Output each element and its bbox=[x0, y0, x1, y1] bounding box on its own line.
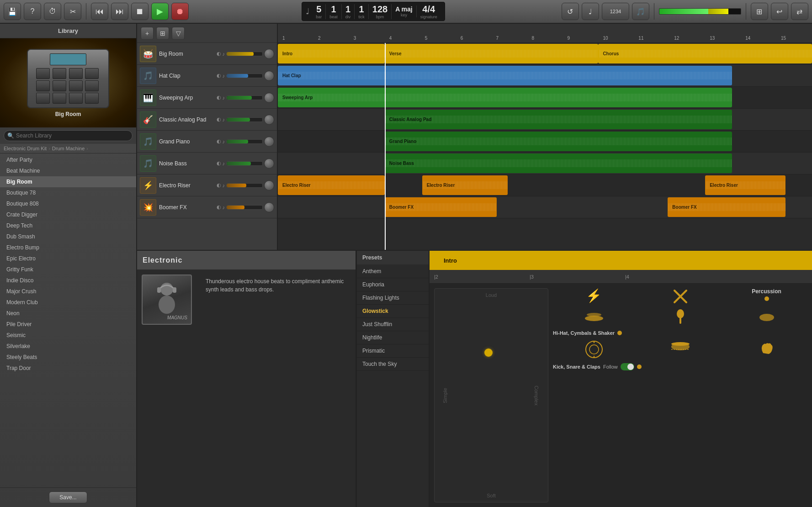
library-item[interactable]: Deep Tech bbox=[0, 220, 136, 231]
track-volume-knob[interactable] bbox=[264, 137, 274, 147]
mpc-pad[interactable] bbox=[53, 93, 66, 104]
editors-button[interactable]: ↩ bbox=[771, 3, 788, 20]
clip[interactable]: Boomer FX bbox=[668, 197, 785, 217]
track-fader[interactable] bbox=[226, 139, 263, 144]
track-mute-icon[interactable]: ◐ bbox=[217, 51, 221, 57]
track-volume-knob[interactable] bbox=[264, 115, 274, 125]
drum-icon-lightning[interactable]: ⚡ bbox=[553, 288, 635, 305]
clip[interactable]: Verse bbox=[385, 44, 599, 63]
breadcrumb-part2[interactable]: Drum Machine bbox=[52, 146, 85, 151]
clip[interactable]: Electro Riser bbox=[422, 175, 508, 195]
track-volume-knob[interactable] bbox=[264, 180, 274, 190]
track-mute-icon[interactable]: ◐ bbox=[217, 160, 221, 166]
track-row[interactable]: 🥁 Big Room ◐ ♪ bbox=[137, 43, 277, 65]
track-solo-icon[interactable]: ♪ bbox=[223, 51, 225, 57]
complexity-pad[interactable]: Loud Soft Simple Complex bbox=[434, 288, 548, 502]
drum-icon-sticks[interactable] bbox=[639, 288, 721, 305]
cycle-button[interactable]: ↺ bbox=[562, 3, 579, 20]
track-fader[interactable] bbox=[226, 117, 263, 122]
track-solo-icon[interactable]: ♪ bbox=[223, 95, 225, 100]
track-row[interactable]: 💥 Boomer FX ◐ ♪ bbox=[137, 196, 277, 218]
preset-item[interactable]: Nightlife bbox=[357, 331, 429, 344]
record-button[interactable]: ⏺ bbox=[171, 3, 189, 20]
tuner-button[interactable]: ♩ bbox=[582, 3, 599, 20]
preset-item[interactable]: Euphoria bbox=[357, 278, 429, 291]
library-item[interactable]: Boutique 78 bbox=[0, 187, 136, 198]
preset-item[interactable]: Prismatic bbox=[357, 344, 429, 358]
track-filter-button[interactable]: ▽ bbox=[172, 27, 185, 40]
smartcontrols-button[interactable]: ⊞ bbox=[751, 3, 768, 20]
mixer-button[interactable]: ⇄ bbox=[791, 3, 808, 20]
rewind-button[interactable]: ⏮ bbox=[91, 3, 108, 20]
mpc-pad[interactable] bbox=[69, 93, 83, 104]
library-item[interactable]: Gritty Funk bbox=[0, 264, 136, 275]
track-volume-knob[interactable] bbox=[264, 202, 274, 212]
mpc-pad[interactable] bbox=[36, 93, 50, 104]
mpc-pad[interactable] bbox=[69, 68, 83, 79]
track-solo-icon[interactable]: ♪ bbox=[223, 117, 225, 122]
track-mute-icon[interactable]: ◐ bbox=[217, 73, 221, 79]
mpc-pad[interactable] bbox=[85, 68, 99, 79]
preset-item[interactable]: Just Shufflin bbox=[357, 318, 429, 331]
library-item[interactable]: Steely Beats bbox=[0, 352, 136, 363]
preset-item[interactable]: Touch the Sky bbox=[357, 358, 429, 371]
pad-dot-position[interactable] bbox=[484, 349, 493, 357]
breadcrumb-part1[interactable]: Electronic Drum Kit bbox=[4, 146, 47, 151]
track-mute-icon[interactable]: ◐ bbox=[217, 95, 221, 100]
track-solo-icon[interactable]: ♪ bbox=[223, 73, 225, 79]
preset-item[interactable]: Glowstick bbox=[357, 305, 429, 318]
mpc-pad[interactable] bbox=[53, 68, 66, 79]
track-row[interactable]: 🎵 Noise Bass ◐ ♪ bbox=[137, 153, 277, 174]
clip[interactable]: Boomer FX bbox=[385, 197, 497, 217]
track-mute-icon[interactable]: ◐ bbox=[217, 138, 221, 144]
drum-icon-snare[interactable] bbox=[639, 340, 721, 359]
track-volume-knob[interactable] bbox=[264, 71, 274, 81]
track-row[interactable]: 🎵 Grand Piano ◐ ♪ bbox=[137, 131, 277, 153]
library-item[interactable]: Electro Bump bbox=[0, 242, 136, 253]
metronome-button[interactable]: 🎵 bbox=[632, 3, 649, 20]
track-row[interactable]: 🎵 Hat Clap ◐ ♪ bbox=[137, 65, 277, 87]
track-mute-icon[interactable]: ◐ bbox=[217, 204, 221, 210]
drum-icon-shaker[interactable] bbox=[639, 309, 721, 326]
library-item[interactable]: Modern Club bbox=[0, 297, 136, 308]
track-fader[interactable] bbox=[226, 74, 263, 78]
track-mute-icon[interactable]: ◐ bbox=[217, 182, 221, 188]
library-item[interactable]: Crate Digger bbox=[0, 209, 136, 220]
stop-button[interactable]: ⏹ bbox=[131, 3, 149, 20]
library-item[interactable]: Seismic bbox=[0, 330, 136, 341]
track-fader[interactable] bbox=[226, 52, 263, 56]
library-item[interactable]: Epic Electro bbox=[0, 253, 136, 264]
library-item[interactable]: Major Crush bbox=[0, 286, 136, 297]
mpc-pad[interactable] bbox=[36, 80, 50, 91]
track-fader[interactable] bbox=[226, 183, 263, 188]
track-fader[interactable] bbox=[226, 205, 263, 210]
mpc-pad[interactable] bbox=[53, 80, 66, 91]
track-mute-icon[interactable]: ◐ bbox=[217, 116, 221, 122]
search-input[interactable] bbox=[4, 130, 133, 141]
drum-icon-hihat[interactable] bbox=[553, 309, 635, 326]
clip[interactable]: Classic Analog Pad bbox=[385, 110, 732, 129]
library-item[interactable]: Neon bbox=[0, 308, 136, 319]
track-solo-icon[interactable]: ♪ bbox=[223, 139, 225, 144]
drum-icon-tambourine[interactable] bbox=[726, 309, 807, 326]
track-solo-icon[interactable]: ♪ bbox=[223, 205, 225, 210]
library-item[interactable]: Big Room bbox=[0, 176, 136, 187]
forward-button[interactable]: ⏭ bbox=[111, 3, 128, 20]
save-button[interactable]: Save... bbox=[49, 491, 87, 503]
follow-toggle[interactable] bbox=[621, 363, 634, 370]
library-item[interactable]: Dub Smash bbox=[0, 231, 136, 242]
drum-icon-clap[interactable] bbox=[726, 340, 807, 359]
clip[interactable]: Hat Clap bbox=[278, 66, 732, 85]
preset-item[interactable]: Flashing Lights bbox=[357, 291, 429, 305]
track-volume-knob[interactable] bbox=[264, 49, 274, 59]
track-solo-icon[interactable]: ♪ bbox=[223, 183, 225, 188]
scissors-icon[interactable]: ✂ bbox=[64, 3, 81, 20]
clip[interactable]: Sweeping Arp bbox=[278, 88, 732, 107]
help-icon[interactable]: ? bbox=[24, 3, 41, 20]
track-fader[interactable] bbox=[226, 161, 263, 166]
mpc-pad[interactable] bbox=[85, 80, 99, 91]
clip[interactable]: Chorus bbox=[598, 44, 812, 63]
history-icon[interactable]: ⏱ bbox=[44, 3, 61, 20]
library-item[interactable]: Trap Door bbox=[0, 363, 136, 374]
track-fader[interactable] bbox=[226, 95, 263, 100]
